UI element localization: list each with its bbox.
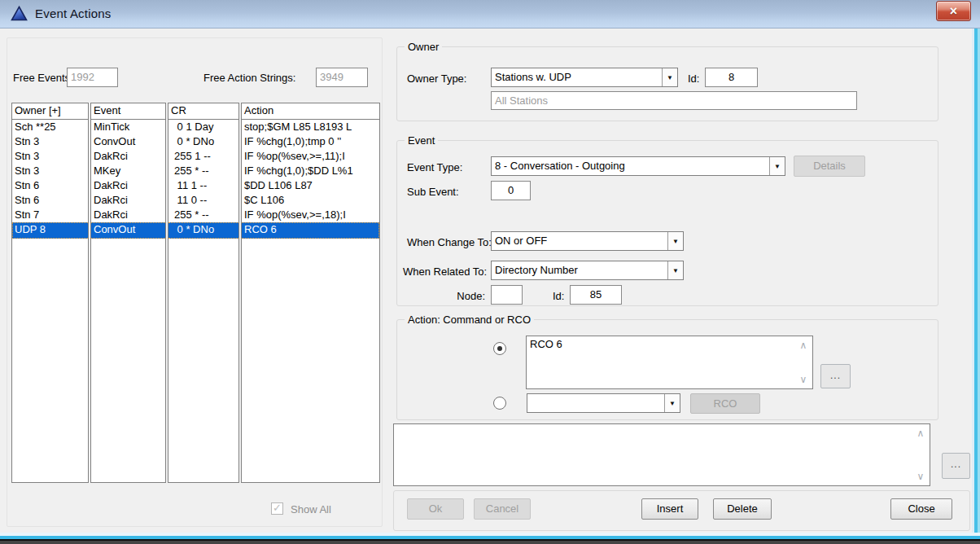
table-cell-owner-selected[interactable]: UDP 8	[12, 222, 88, 239]
titlebar[interactable]: Event Actions ×	[0, 0, 980, 29]
insert-button-label: Insert	[642, 499, 698, 519]
command-textarea[interactable]: RCO 6	[526, 336, 813, 389]
event-type-label: Event Type:	[407, 161, 462, 173]
owner-type-label: Owner Type:	[407, 72, 466, 85]
event-type-value: 8 - Conversation - Outgoing	[495, 157, 768, 175]
table-column-owner: Owner [+] Sch **25 Stn 3 Stn 3 Stn 3 Stn…	[11, 103, 89, 483]
table-cell-action[interactable]: IF %op(%sev,>=,11);I	[242, 149, 379, 164]
when-change-select[interactable]: ON or OFF	[491, 231, 684, 251]
details-button-label: Details	[794, 156, 864, 176]
close-button-footer[interactable]: Close	[890, 498, 952, 520]
free-action-strings-value: 3949	[316, 68, 368, 87]
command-text: RCO 6	[530, 338, 794, 351]
table-cell-event-selected[interactable]: ConvOut	[91, 222, 165, 239]
scroll-up-icon[interactable]	[797, 340, 810, 351]
rco-button[interactable]: RCO	[690, 393, 760, 414]
scroll-up-icon[interactable]	[914, 428, 927, 439]
table-cell-cr[interactable]: 255 1 --	[168, 149, 238, 164]
sub-event-label: Sub Event:	[407, 186, 459, 198]
scroll-down-icon[interactable]	[797, 374, 810, 385]
rco-button-label: RCO	[691, 394, 759, 414]
output-browse-button[interactable]: ...	[942, 453, 970, 479]
chevron-down-icon[interactable]	[664, 394, 680, 412]
ok-button[interactable]: Ok	[407, 498, 464, 520]
table-cell-cr[interactable]: 11 1 --	[168, 178, 238, 193]
output-textarea[interactable]	[393, 423, 930, 486]
show-all-checkbox[interactable]	[271, 502, 283, 515]
show-all-label: Show All	[291, 503, 331, 515]
background-strip	[0, 541, 980, 544]
node-field[interactable]	[491, 285, 523, 305]
free-events-value: 1992	[67, 68, 118, 87]
table-cell-cr[interactable]: 11 0 --	[168, 193, 238, 208]
action-group-title: Action: Command or RCO	[405, 314, 534, 326]
table-cell-event[interactable]: MinTick	[91, 120, 165, 134]
close-icon: ×	[937, 2, 970, 20]
table-cell-event[interactable]: DakRci	[91, 178, 165, 193]
column-header-event[interactable]: Event	[91, 103, 165, 120]
table-cell-owner[interactable]: Stn 6	[12, 193, 88, 208]
table-cell-action[interactable]: IF %chg(1,0);tmp 0 ''	[242, 134, 379, 149]
close-button[interactable]: ×	[936, 1, 971, 21]
table-cell-event[interactable]: MKey	[91, 164, 165, 178]
table-cell-owner[interactable]: Stn 3	[12, 149, 88, 164]
table-cell-owner[interactable]: Stn 7	[12, 208, 88, 222]
owner-group-title: Owner	[405, 41, 442, 53]
owner-name-field: All Stations	[491, 91, 857, 110]
table-cell-cr-selected[interactable]: 0 * DNo	[168, 222, 238, 239]
chevron-down-icon[interactable]	[667, 261, 683, 279]
free-events-label: Free Events:	[13, 72, 73, 84]
table-column-action: Action stop;$GM L85 L8193 L IF %chg(1,0)…	[241, 103, 380, 483]
related-id-field[interactable]: 85	[570, 285, 622, 305]
app-triangle-icon	[11, 6, 28, 22]
table-cell-event[interactable]: DakRci	[91, 149, 165, 164]
table-cell-event[interactable]: ConvOut	[91, 134, 165, 149]
event-type-select[interactable]: 8 - Conversation - Outgoing	[491, 156, 785, 176]
ellipsis-icon: ...	[943, 454, 969, 475]
table-cell-event[interactable]: DakRci	[91, 208, 165, 222]
window-title: Event Actions	[35, 7, 112, 20]
table-cell-action[interactable]: $DD L106 L87	[242, 178, 379, 193]
insert-button[interactable]: Insert	[641, 498, 698, 520]
column-header-action[interactable]: Action	[242, 103, 379, 120]
table-cell-owner[interactable]: Sch **25	[12, 120, 88, 134]
table-cell-cr[interactable]: 0 * DNo	[168, 134, 238, 149]
table-cell-action[interactable]: stop;$GM L85 L8193 L	[242, 120, 379, 134]
chevron-down-icon[interactable]	[769, 157, 785, 175]
table-cell-owner[interactable]: Stn 3	[12, 134, 88, 149]
table-cell-action[interactable]: IF %chg(1,0);$DD L%1	[242, 164, 379, 178]
rco-select[interactable]	[527, 393, 680, 413]
when-related-select[interactable]: Directory Number	[491, 261, 684, 280]
table-cell-owner[interactable]: Stn 3	[12, 164, 88, 178]
chevron-down-icon[interactable]	[662, 68, 677, 86]
owner-type-select[interactable]: Stations w. UDP	[491, 68, 678, 87]
when-change-value: ON or OFF	[495, 232, 667, 250]
cancel-button-label: Cancel	[475, 499, 530, 519]
table-cell-cr[interactable]: 255 * --	[168, 208, 238, 222]
table-cell-action[interactable]: $C L106	[242, 193, 379, 208]
owner-type-value: Stations w. UDP	[495, 68, 661, 86]
ellipsis-icon: ...	[821, 365, 850, 386]
rco-radio[interactable]	[493, 397, 506, 410]
delete-button-label: Delete	[714, 499, 771, 519]
command-radio[interactable]	[493, 342, 506, 355]
cancel-button[interactable]: Cancel	[474, 498, 531, 520]
event-actions-dialog: Event Actions × Free Events: 1992 Free A…	[0, 0, 980, 544]
column-header-cr[interactable]: CR	[168, 103, 238, 120]
when-change-label: When Change To:	[407, 236, 492, 248]
column-header-owner[interactable]: Owner [+]	[12, 103, 88, 120]
sub-event-field[interactable]: 0	[491, 181, 531, 200]
details-button[interactable]: Details	[794, 156, 865, 177]
table-cell-action-selected[interactable]: RCO 6	[242, 222, 379, 239]
table-cell-cr[interactable]: 255 * --	[168, 164, 238, 178]
table-cell-owner[interactable]: Stn 6	[12, 178, 88, 193]
delete-button[interactable]: Delete	[713, 498, 772, 520]
table-cell-action[interactable]: IF %op(%sev,>=,18);I	[242, 208, 379, 222]
radio-dot	[497, 346, 502, 351]
table-cell-cr[interactable]: 0 1 Day	[168, 120, 238, 134]
chevron-down-icon[interactable]	[667, 232, 683, 250]
table-cell-event[interactable]: DakRci	[91, 193, 165, 208]
scroll-down-icon[interactable]	[914, 471, 927, 482]
owner-id-field[interactable]: 8	[705, 68, 758, 87]
command-browse-button[interactable]: ...	[820, 364, 851, 388]
